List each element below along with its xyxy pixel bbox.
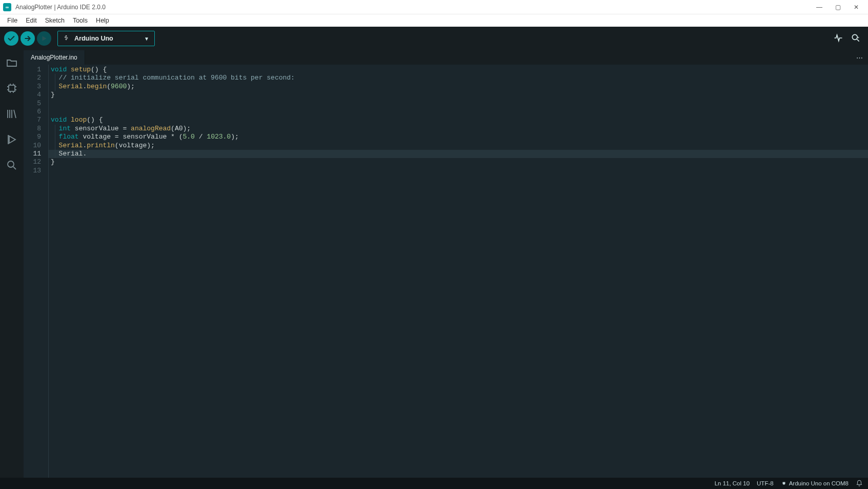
line-number: 11 xyxy=(24,150,41,158)
sketchbook-button[interactable] xyxy=(5,55,19,70)
main-area: AnalogPlotter.ino ⋯ 12345678910111213 vo… xyxy=(0,50,868,478)
line-number: 1 xyxy=(24,66,41,74)
line-number: 13 xyxy=(24,167,41,175)
line-number: 6 xyxy=(24,108,41,116)
status-board-label: Arduino Uno on COM8 xyxy=(789,480,849,486)
app-icon: ∞ xyxy=(3,3,11,11)
window-controls: — ▢ ✕ xyxy=(816,4,865,11)
serial-plotter-button[interactable] xyxy=(833,33,843,45)
line-number-gutter: 12345678910111213 xyxy=(24,65,48,478)
menubar: File Edit Sketch Tools Help xyxy=(0,14,868,27)
status-encoding[interactable]: UTF-8 xyxy=(757,480,774,486)
line-number: 12 xyxy=(24,158,41,166)
menu-file[interactable]: File xyxy=(3,16,22,25)
line-number: 3 xyxy=(24,83,41,91)
code-line[interactable]: void loop() { xyxy=(49,116,868,124)
code-line[interactable]: Serial.begin(9600); xyxy=(49,83,868,91)
code-line[interactable]: // initialize serial communication at 96… xyxy=(49,74,868,82)
line-number: 5 xyxy=(24,100,41,108)
status-board[interactable]: Arduino Uno on COM8 xyxy=(781,480,849,486)
menu-edit[interactable]: Edit xyxy=(22,16,41,25)
menu-tools[interactable]: Tools xyxy=(69,16,92,25)
board-selector[interactable]: Arduino Uno ▼ xyxy=(57,31,155,46)
chip-icon xyxy=(6,82,18,94)
code-line[interactable]: Serial. xyxy=(49,150,868,158)
code-line[interactable]: void setup() { xyxy=(49,66,868,74)
folder-icon xyxy=(6,56,18,69)
tab-analogplotter[interactable]: AnalogPlotter.ino xyxy=(24,50,85,65)
upload-button[interactable] xyxy=(21,31,35,46)
play-outline-icon xyxy=(6,133,18,146)
svg-point-2 xyxy=(8,161,14,167)
activity-bar xyxy=(0,50,24,478)
code-editor[interactable]: 12345678910111213 void setup() { // init… xyxy=(24,65,868,478)
bell-icon xyxy=(856,480,863,487)
code-line[interactable]: } xyxy=(49,91,868,99)
line-number: 8 xyxy=(24,125,41,133)
line-number: 2 xyxy=(24,74,41,82)
line-number: 9 xyxy=(24,133,41,141)
status-cursor-position[interactable]: Ln 11, Col 10 xyxy=(715,480,750,486)
check-icon xyxy=(7,34,15,43)
tab-label: AnalogPlotter.ino xyxy=(31,54,77,61)
editor-more-button[interactable]: ⋯ xyxy=(851,50,868,65)
search-button[interactable] xyxy=(5,158,19,172)
close-button[interactable]: ✕ xyxy=(853,4,860,11)
verify-button[interactable] xyxy=(4,31,18,46)
chevron-down-icon: ▼ xyxy=(144,36,149,42)
usb-icon xyxy=(63,34,69,43)
code-line[interactable] xyxy=(49,108,868,116)
window-title: AnalogPlotter | Arduino IDE 2.0.0 xyxy=(15,4,106,11)
code-line[interactable]: float voltage = sensorValue * (5.0 / 102… xyxy=(49,133,868,141)
plug-icon xyxy=(781,480,787,486)
statusbar: Ln 11, Col 10 UTF-8 Arduino Uno on COM8 xyxy=(0,478,868,489)
magnify-icon xyxy=(851,33,861,43)
books-icon xyxy=(6,108,18,120)
debug-panel-button[interactable] xyxy=(5,132,19,147)
svg-point-0 xyxy=(852,34,857,40)
board-selector-label: Arduino Uno xyxy=(74,35,113,42)
arrow-right-icon xyxy=(24,34,32,43)
code-line[interactable] xyxy=(49,100,868,108)
line-number: 7 xyxy=(24,116,41,124)
menu-help[interactable]: Help xyxy=(92,16,113,25)
code-line[interactable]: Serial.println(voltage); xyxy=(49,142,868,150)
ellipsis-icon: ⋯ xyxy=(856,54,863,62)
window-titlebar: ∞ AnalogPlotter | Arduino IDE 2.0.0 — ▢ … xyxy=(0,0,868,14)
line-number: 4 xyxy=(24,91,41,99)
play-bug-icon xyxy=(41,35,48,42)
boards-manager-button[interactable] xyxy=(5,81,19,95)
editor-area: AnalogPlotter.ino ⋯ 12345678910111213 vo… xyxy=(24,50,868,478)
toolbar: Arduino Uno ▼ xyxy=(0,27,868,50)
serial-monitor-button[interactable] xyxy=(851,33,861,45)
code-line[interactable]: } xyxy=(49,158,868,166)
code-content[interactable]: void setup() { // initialize serial comm… xyxy=(48,65,868,478)
menu-sketch[interactable]: Sketch xyxy=(41,16,69,25)
pulse-icon xyxy=(833,33,843,43)
library-manager-button[interactable] xyxy=(5,107,19,121)
maximize-button[interactable]: ▢ xyxy=(834,4,841,11)
code-line[interactable]: int sensorValue = analogRead(A0); xyxy=(49,125,868,133)
debug-button[interactable] xyxy=(37,31,51,46)
minimize-button[interactable]: — xyxy=(816,4,823,11)
line-number: 10 xyxy=(24,142,41,150)
notifications-button[interactable] xyxy=(856,480,863,487)
code-line[interactable] xyxy=(49,167,868,175)
svg-rect-1 xyxy=(9,85,15,91)
tabbar: AnalogPlotter.ino ⋯ xyxy=(24,50,868,65)
search-icon xyxy=(6,159,18,171)
